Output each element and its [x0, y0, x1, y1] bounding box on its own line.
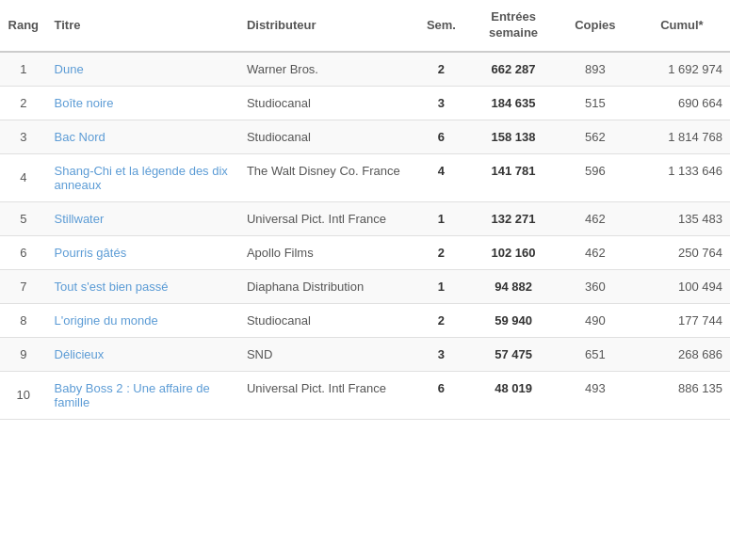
- cell-semaines: 6: [413, 371, 470, 419]
- table-row: 5StillwaterUniversal Pict. Intl France11…: [0, 201, 730, 235]
- table-row: 8L'origine du mondeStudiocanal259 940490…: [0, 303, 730, 337]
- titre-link[interactable]: L'origine du monde: [55, 313, 158, 328]
- cell-copies: 493: [557, 371, 634, 419]
- cell-semaines: 2: [413, 52, 470, 87]
- cell-cumul: 1 814 768: [634, 120, 730, 153]
- cell-titre[interactable]: Tout s'est bien passé: [47, 269, 239, 303]
- table-row: 9DélicieuxSND357 475651268 686: [0, 337, 730, 371]
- cell-rang: 6: [0, 235, 47, 269]
- titre-link[interactable]: Baby Boss 2 : Une affaire de famille: [55, 381, 210, 409]
- cell-rang: 8: [0, 303, 47, 337]
- cell-rang: 2: [0, 86, 47, 120]
- cell-distributeur: Studiocanal: [239, 303, 413, 337]
- titre-link[interactable]: Tout s'est bien passé: [55, 280, 169, 294]
- cell-entrees: 48 019: [470, 371, 557, 419]
- header-semaines: Sem.: [413, 0, 470, 52]
- cell-titre[interactable]: L'origine du monde: [47, 303, 239, 337]
- cell-semaines: 3: [413, 337, 470, 371]
- cell-cumul: 690 664: [634, 86, 730, 120]
- cell-distributeur: Apollo Films: [239, 235, 413, 269]
- titre-link[interactable]: Stillwater: [55, 212, 105, 226]
- header-copies: Copies: [557, 0, 634, 52]
- cell-semaines: 6: [413, 120, 470, 153]
- header-rang: Rang: [0, 0, 47, 52]
- cell-rang: 10: [0, 371, 47, 419]
- titre-link[interactable]: Shang-Chi et la légende des dix anneaux: [55, 164, 228, 192]
- cell-entrees: 132 271: [470, 201, 557, 235]
- cell-rang: 9: [0, 337, 47, 371]
- titre-link[interactable]: Boîte noire: [55, 96, 114, 110]
- header-entrees: Entrées semaine: [470, 0, 557, 52]
- table-header-row: Rang Titre Distributeur Sem. Entrées sem…: [0, 0, 730, 52]
- box-office-table: Rang Titre Distributeur Sem. Entrées sem…: [0, 0, 730, 420]
- header-distributeur: Distributeur: [239, 0, 413, 52]
- cell-cumul: 135 483: [634, 201, 730, 235]
- titre-link[interactable]: Délicieux: [55, 347, 105, 361]
- table-row: 4Shang-Chi et la légende des dix anneaux…: [0, 153, 730, 201]
- cell-cumul: 250 764: [634, 235, 730, 269]
- cell-distributeur: Universal Pict. Intl France: [239, 201, 413, 235]
- cell-copies: 651: [557, 337, 634, 371]
- table-row: 3Bac NordStudiocanal6158 1385621 814 768: [0, 120, 730, 153]
- cell-entrees: 158 138: [470, 120, 557, 153]
- cell-titre[interactable]: Boîte noire: [47, 86, 239, 120]
- titre-link[interactable]: Bac Nord: [55, 130, 105, 144]
- cell-copies: 462: [557, 235, 634, 269]
- cell-semaines: 4: [413, 153, 470, 201]
- cell-rang: 1: [0, 52, 47, 87]
- cell-distributeur: Diaphana Distribution: [239, 269, 413, 303]
- cell-semaines: 2: [413, 303, 470, 337]
- cell-cumul: 1 692 974: [634, 52, 730, 87]
- cell-copies: 360: [557, 269, 634, 303]
- table-row: 1DuneWarner Bros.2662 2878931 692 974: [0, 52, 730, 87]
- cell-cumul: 1 133 646: [634, 153, 730, 201]
- cell-titre[interactable]: Pourris gâtés: [47, 235, 239, 269]
- titre-link[interactable]: Dune: [55, 62, 84, 76]
- cell-copies: 462: [557, 201, 634, 235]
- table-row: 6Pourris gâtésApollo Films2102 160462250…: [0, 235, 730, 269]
- cell-distributeur: Warner Bros.: [239, 52, 413, 87]
- cell-semaines: 3: [413, 86, 470, 120]
- cell-rang: 5: [0, 201, 47, 235]
- table-row: 2Boîte noireStudiocanal3184 635515690 66…: [0, 86, 730, 120]
- cell-semaines: 1: [413, 201, 470, 235]
- table-body: 1DuneWarner Bros.2662 2878931 692 9742Bo…: [0, 52, 730, 420]
- cell-titre[interactable]: Bac Nord: [47, 120, 239, 153]
- cell-distributeur: SND: [239, 337, 413, 371]
- cell-entrees: 141 781: [470, 153, 557, 201]
- cell-titre[interactable]: Stillwater: [47, 201, 239, 235]
- cell-cumul: 886 135: [634, 371, 730, 419]
- cell-copies: 515: [557, 86, 634, 120]
- cell-entrees: 184 635: [470, 86, 557, 120]
- cell-distributeur: Studiocanal: [239, 120, 413, 153]
- cell-entrees: 662 287: [470, 52, 557, 87]
- header-titre: Titre: [47, 0, 239, 52]
- cell-distributeur: The Walt Disney Co. France: [239, 153, 413, 201]
- cell-entrees: 57 475: [470, 337, 557, 371]
- cell-semaines: 2: [413, 235, 470, 269]
- cell-titre[interactable]: Délicieux: [47, 337, 239, 371]
- cell-copies: 490: [557, 303, 634, 337]
- titre-link[interactable]: Pourris gâtés: [55, 246, 127, 260]
- table-row: 7Tout s'est bien passéDiaphana Distribut…: [0, 269, 730, 303]
- cell-cumul: 177 744: [634, 303, 730, 337]
- cell-rang: 7: [0, 269, 47, 303]
- cell-entrees: 94 882: [470, 269, 557, 303]
- cell-entrees: 102 160: [470, 235, 557, 269]
- cell-titre[interactable]: Dune: [47, 52, 239, 87]
- table-row: 10Baby Boss 2 : Une affaire de familleUn…: [0, 371, 730, 419]
- cell-titre[interactable]: Shang-Chi et la légende des dix anneaux: [47, 153, 239, 201]
- header-cumul: Cumul*: [634, 0, 730, 52]
- cell-copies: 562: [557, 120, 634, 153]
- cell-distributeur: Studiocanal: [239, 86, 413, 120]
- cell-copies: 893: [557, 52, 634, 87]
- cell-entrees: 59 940: [470, 303, 557, 337]
- cell-cumul: 268 686: [634, 337, 730, 371]
- cell-titre[interactable]: Baby Boss 2 : Une affaire de famille: [47, 371, 239, 419]
- cell-rang: 4: [0, 153, 47, 201]
- cell-distributeur: Universal Pict. Intl France: [239, 371, 413, 419]
- cell-rang: 3: [0, 120, 47, 153]
- cell-cumul: 100 494: [634, 269, 730, 303]
- cell-semaines: 1: [413, 269, 470, 303]
- cell-copies: 596: [557, 153, 634, 201]
